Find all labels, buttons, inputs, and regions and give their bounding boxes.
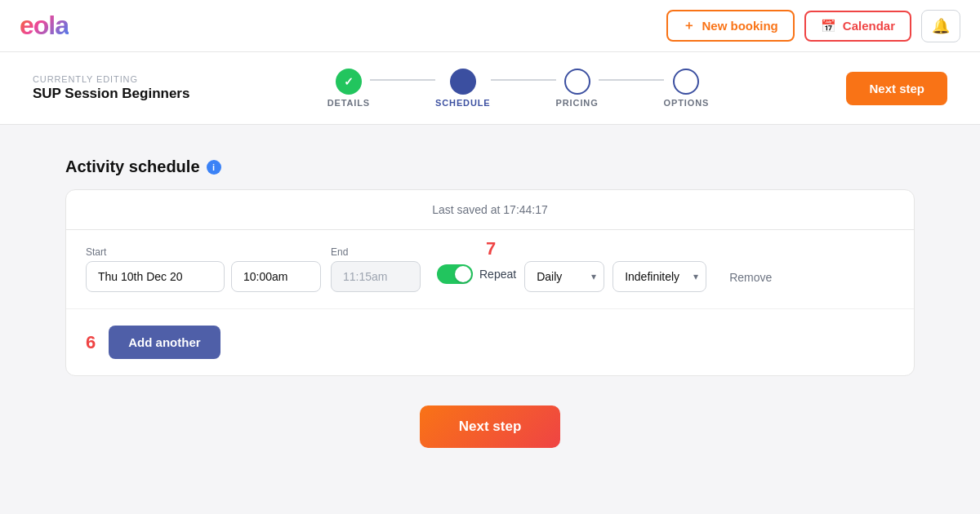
section-title-text: Activity schedule — [65, 157, 200, 176]
step-line-2 — [491, 79, 556, 81]
date-input[interactable] — [86, 261, 225, 292]
step-schedule-circle — [450, 69, 476, 95]
last-saved: Last saved at 17:44:17 — [66, 190, 914, 230]
repeat-toggle[interactable] — [437, 264, 473, 284]
step-pricing-label: PRICING — [556, 98, 599, 108]
end-field-group: End — [331, 246, 421, 292]
schedule-row-container: 7 Start End — [66, 230, 914, 309]
main-content: Activity schedule i Last saved at 17:44:… — [0, 125, 980, 497]
schedule-card: Last saved at 17:44:17 7 Start End — [65, 189, 915, 376]
indefinitely-select-wrapper: Indefinitely Until date Count ▾ — [612, 261, 706, 292]
logo: eola — [20, 11, 69, 41]
bottom-actions: Next step — [65, 376, 915, 464]
step-pricing-circle — [564, 69, 590, 95]
step-line-3 — [599, 79, 664, 81]
calendar-label: Calendar — [843, 19, 895, 33]
step-details-label: DETAILS — [327, 98, 370, 108]
step-options[interactable]: OPTIONS — [664, 69, 710, 108]
session-name: SUP Session Beginners — [33, 86, 189, 102]
end-time-input[interactable] — [331, 261, 421, 292]
step-options-circle — [673, 69, 699, 95]
section-title-row: Activity schedule i — [65, 157, 915, 176]
step-bar-center: ✓ DETAILS SCHEDULE PRICING OPTIONS — [327, 69, 710, 108]
calendar-button[interactable]: 📅 Calendar — [804, 11, 911, 42]
repeat-section: Repeat Daily Weekly Monthly ▾ Indefinite… — [437, 261, 706, 292]
calendar-icon: 📅 — [821, 19, 836, 33]
logo-text: eola — [20, 11, 69, 41]
start-field-group: Start — [86, 246, 321, 292]
start-time-input[interactable] — [231, 261, 321, 292]
step-schedule[interactable]: SCHEDULE — [435, 69, 491, 108]
step-schedule-label: SCHEDULE — [435, 98, 491, 108]
step-details-circle: ✓ — [336, 69, 362, 95]
add-another-section: 6 Add another — [66, 309, 914, 375]
new-booking-label: New booking — [702, 19, 777, 33]
step-details[interactable]: ✓ DETAILS — [327, 69, 370, 108]
start-label: Start — [86, 246, 321, 258]
next-step-header-button[interactable]: Next step — [846, 72, 947, 105]
info-icon[interactable]: i — [207, 160, 221, 175]
toggle-knob — [455, 266, 471, 282]
step-pricing[interactable]: PRICING — [556, 69, 599, 108]
bell-icon: 🔔 — [932, 17, 950, 35]
step-bar-left: CURRENTLY EDITING SUP Session Beginners — [33, 74, 189, 102]
step-bar: CURRENTLY EDITING SUP Session Beginners … — [0, 52, 980, 125]
next-step-main-button[interactable]: Next step — [420, 405, 561, 448]
indefinitely-select[interactable]: Indefinitely Until date Count — [612, 261, 706, 292]
step-options-label: OPTIONS — [664, 98, 710, 108]
toggle-wrapper: Repeat — [437, 264, 516, 284]
frequency-select-wrapper: Daily Weekly Monthly ▾ — [524, 261, 604, 292]
step-line-1 — [370, 79, 435, 81]
header-actions: ＋ New booking 📅 Calendar 🔔 — [666, 10, 960, 42]
step7-badge: 7 — [486, 238, 496, 259]
end-label: End — [331, 246, 421, 258]
remove-button[interactable]: Remove — [729, 271, 772, 284]
new-booking-button[interactable]: ＋ New booking — [666, 10, 794, 42]
plus-icon: ＋ — [683, 18, 695, 33]
step6-badge: 6 — [86, 332, 96, 353]
editing-label: CURRENTLY EDITING — [33, 74, 189, 84]
frequency-select[interactable]: Daily Weekly Monthly — [524, 261, 604, 292]
header: eola ＋ New booking 📅 Calendar 🔔 — [0, 0, 980, 52]
repeat-label: Repeat — [479, 268, 516, 281]
add-another-button[interactable]: Add another — [109, 326, 220, 359]
notification-button[interactable]: 🔔 — [921, 10, 960, 42]
